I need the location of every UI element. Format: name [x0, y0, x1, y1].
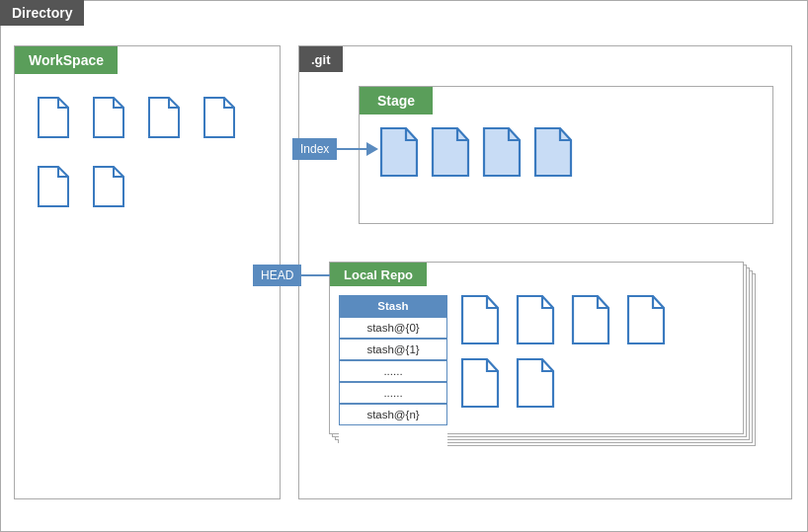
- git-panel: .git Index Stage: [298, 45, 792, 499]
- stage-panel: Index Stage: [359, 86, 773, 224]
- stash-row-1: stash@{1}: [339, 339, 447, 360]
- repo-file-5: [458, 357, 502, 409]
- stage-file-4: [531, 126, 575, 178]
- stage-file-2: [429, 126, 472, 178]
- index-label: Index: [292, 138, 337, 160]
- ws-file-6: [90, 165, 125, 208]
- stage-files: [377, 126, 575, 178]
- stash-row-3: ......: [339, 382, 447, 404]
- ws-file-3: [145, 96, 181, 139]
- repo-file-3: [569, 294, 612, 345]
- ws-file-5: [35, 165, 70, 208]
- stash-header: Stash: [339, 295, 447, 317]
- stash-row-2: ......: [339, 360, 447, 382]
- git-label: .git: [299, 46, 343, 72]
- repo-files: [458, 294, 674, 415]
- workspace-label: WorkSpace: [15, 46, 118, 74]
- title-bar: Directory: [0, 0, 84, 26]
- repo-file-1: [458, 294, 502, 345]
- stage-label: Stage: [360, 87, 433, 114]
- stash-row-n: stash@{n}: [339, 404, 447, 425]
- workspace-panel: WorkSpace: [14, 45, 281, 499]
- stage-file-1: [377, 126, 421, 178]
- stage-file-3: [480, 126, 524, 178]
- workspace-files: [35, 96, 250, 224]
- ws-file-1: [35, 96, 70, 139]
- title-text: Directory: [12, 5, 72, 21]
- ws-file-2: [90, 96, 125, 139]
- head-label: HEAD: [253, 265, 301, 286]
- head-arrow-line: [301, 274, 331, 276]
- repo-file-2: [514, 294, 557, 345]
- stash-panel: Stash stash@{0} stash@{1} ...... ...... …: [339, 295, 447, 463]
- repo-file-4: [624, 294, 668, 345]
- ws-file-4: [201, 96, 236, 139]
- index-arrow: Index: [292, 138, 378, 160]
- index-arrow-line: [337, 148, 366, 150]
- local-repo-label: Local Repo: [330, 263, 427, 286]
- repo-file-6: [514, 357, 557, 409]
- stash-row-0: stash@{0}: [339, 317, 447, 339]
